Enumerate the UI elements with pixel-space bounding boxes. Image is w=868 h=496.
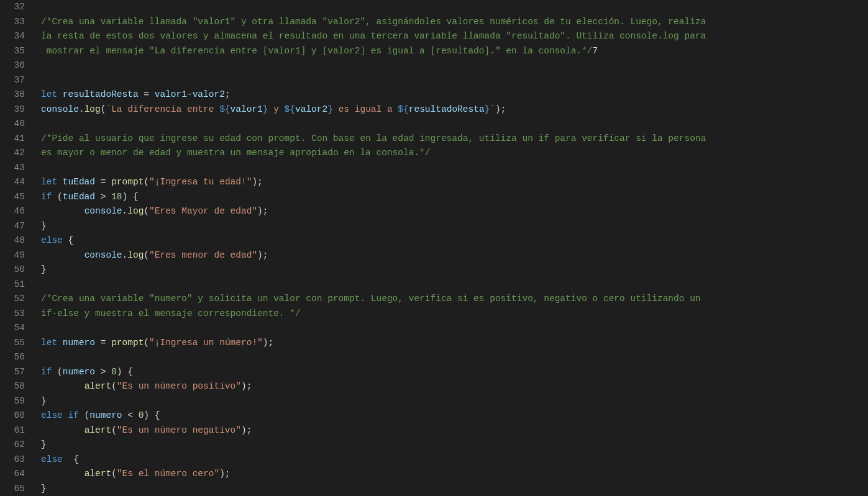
code-line[interactable]: } (41, 438, 868, 453)
token: } (485, 104, 490, 114)
code-line[interactable]: console.log("Eres Mayor de edad"); (41, 204, 868, 219)
token: } (327, 104, 333, 114)
token: > (95, 192, 111, 202)
token: tuEdad (63, 177, 95, 187)
token: numero (63, 338, 95, 348)
token (63, 410, 68, 420)
token: ( (144, 177, 149, 187)
code-line[interactable]: console.log(`La diferencia entre ${valor… (41, 102, 868, 117)
code-line[interactable]: alert("Es un número positivo"); (41, 379, 868, 394)
token: valor2 (295, 104, 327, 114)
code-line[interactable]: la resta de estos dos valores y almacena… (41, 29, 868, 44)
token: ( (111, 469, 117, 479)
line-number: 65 (0, 482, 25, 497)
code-line[interactable] (41, 161, 868, 176)
token: console (85, 250, 122, 260)
code-line[interactable]: mostrar el mensaje "La diferencia entre … (41, 44, 868, 59)
token: ) { (122, 192, 139, 202)
code-line[interactable]: if-else y muestra el mensaje correspondi… (41, 307, 868, 322)
line-number: 60 (0, 408, 25, 423)
code-area[interactable]: /*Crea una variable llamada "valor1" y o… (41, 0, 868, 496)
token: < (122, 410, 139, 420)
line-number: 50 (0, 263, 25, 277)
line-number: 63 (0, 453, 25, 467)
code-line[interactable]: console.log("Eres menor de edad"); (41, 248, 868, 263)
token: ) { (117, 367, 133, 377)
line-number: 34 (0, 29, 25, 44)
line-number: 32 (0, 0, 25, 15)
token: let (41, 89, 57, 99)
token: ( (111, 381, 117, 391)
token: } (263, 104, 268, 114)
token: alert (85, 425, 112, 435)
token: log (127, 250, 144, 260)
token: let (41, 177, 57, 187)
code-line[interactable]: } (41, 394, 868, 409)
line-number: 42 (0, 146, 25, 161)
token (41, 250, 85, 260)
token: ` (490, 104, 495, 114)
token: "Es un número negativo" (117, 425, 241, 435)
token: log (85, 104, 101, 114)
line-number: 35 (0, 44, 25, 59)
token: "Eres Mayor de edad" (149, 206, 257, 216)
code-line[interactable]: let numero = prompt("¡Ingresa un número!… (41, 336, 868, 351)
token: numero (63, 367, 95, 377)
code-line[interactable]: /*Pide al usuario que ingrese su edad co… (41, 132, 868, 147)
code-line[interactable]: else { (41, 453, 868, 467)
line-number: 57 (0, 365, 25, 380)
line-number: 64 (0, 467, 25, 482)
line-number: 37 (0, 73, 25, 88)
line-number: 56 (0, 350, 25, 365)
token: = (95, 177, 111, 187)
code-line[interactable] (41, 277, 868, 292)
code-line[interactable]: else if (numero < 0) { (41, 408, 868, 423)
token: prompt (111, 177, 144, 187)
code-line[interactable] (41, 321, 868, 336)
token: ( (144, 250, 149, 260)
token: alert (85, 381, 112, 391)
line-number: 48 (0, 233, 25, 248)
code-line[interactable]: let resultadoResta = valor1-valor2; (41, 88, 868, 102)
token (57, 338, 63, 348)
code-line[interactable]: let tuEdad = prompt("¡Ingresa tu edad!")… (41, 175, 868, 190)
code-line[interactable]: if (numero > 0) { (41, 365, 868, 380)
line-number: 59 (0, 394, 25, 409)
code-line[interactable] (41, 73, 868, 88)
token: else (41, 235, 63, 245)
line-number: 45 (0, 190, 25, 205)
line-number: 38 (0, 88, 25, 102)
code-line[interactable] (41, 117, 868, 132)
token: log (127, 206, 144, 216)
token: let (41, 338, 57, 348)
token: ) { (144, 410, 160, 420)
code-line[interactable]: /*Crea una variable llamada "valor1" y o… (41, 15, 868, 30)
code-line[interactable]: } (41, 482, 868, 497)
code-editor[interactable]: 3233343536373839404142434445464748495051… (0, 0, 868, 496)
code-line[interactable]: es mayor o menor de edad y muestra un me… (41, 146, 868, 161)
token: { (63, 454, 79, 464)
token: ( (52, 367, 62, 377)
code-line[interactable] (41, 350, 868, 365)
token: ( (144, 206, 149, 216)
token: /*Pide al usuario que ingrese su edad co… (41, 133, 706, 143)
token (57, 177, 63, 187)
line-number: 36 (0, 58, 25, 73)
code-line[interactable]: if (tuEdad > 18) { (41, 190, 868, 205)
code-line[interactable]: /*Crea una variable "numero" y solicita … (41, 292, 868, 307)
code-line[interactable]: alert("Es un número negativo"); (41, 423, 868, 438)
token: es mayor o menor de edad y muestra un me… (41, 148, 431, 158)
token: `La diferencia entre (106, 104, 219, 114)
code-line[interactable] (41, 58, 868, 73)
code-line[interactable]: else { (41, 233, 868, 248)
line-number: 55 (0, 336, 25, 351)
token: resultadoResta (409, 104, 485, 114)
code-line[interactable]: } (41, 219, 868, 234)
token: console (41, 104, 79, 114)
token: else (41, 410, 63, 420)
code-line[interactable] (41, 0, 868, 15)
code-line[interactable]: alert("Es el número cero"); (41, 467, 868, 482)
line-number: 58 (0, 379, 25, 394)
token: ( (52, 192, 62, 202)
code-line[interactable]: } (41, 263, 868, 277)
